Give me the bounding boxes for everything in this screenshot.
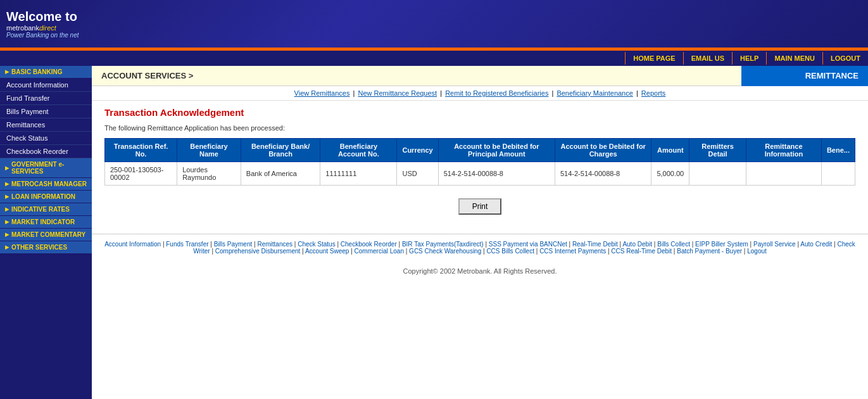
col-header-remitters-detail: Remitters Detail [689, 139, 746, 162]
header: Welcome to metrobankdirect Power Banking… [0, 0, 868, 49]
subnav-remit-beneficiaries[interactable]: Remit to Registered Beneficiaries [445, 89, 548, 97]
cell-debit-principal: 514-2-514-00088-8 [438, 162, 555, 186]
sidebar-section-market-commentary[interactable]: MARKET COMMENTARY [0, 229, 92, 241]
logo-area: Welcome to metrobankdirect Power Banking… [6, 10, 79, 39]
footer-links: Account Information | Funds Transfer | B… [92, 234, 868, 261]
sidebar-section-metrocash[interactable]: METROCASH MANAGER [0, 178, 92, 191]
sidebar-item-remittances[interactable]: Remittances [0, 118, 92, 132]
footer-link-commercial-loan[interactable]: Commercial Loan [355, 248, 404, 255]
logo-direct: direct [39, 24, 56, 32]
nav-emailus[interactable]: EMAIL US [683, 52, 732, 65]
subnav-beneficiary-maintenance[interactable]: Beneficiary Maintenance [557, 89, 632, 97]
top-nav: HOME PAGE EMAIL US HELP MAIN MENU LOGOUT [0, 49, 868, 66]
sidebar-item-check-status[interactable]: Check Status [0, 132, 92, 145]
cell-remittance-info [746, 162, 821, 186]
content-area: Transaction Acknowledgement The followin… [92, 101, 868, 234]
account-services-label: ACCOUNT SERVICES > [92, 66, 741, 86]
cell-remitters-detail [689, 162, 746, 186]
sidebar-item-account-information[interactable]: Account Information [0, 79, 92, 92]
intro-text: The following Remittance Application has… [104, 124, 855, 132]
cell-account-no: 11111111 [320, 162, 397, 186]
sidebar-section-other-services[interactable]: OTHER SERVICES [0, 241, 92, 254]
cell-ref-no: 250-001-130503-00002 [105, 162, 177, 186]
footer-link-eipp: EIPP Biller System [695, 241, 748, 248]
logo-metro: metro [6, 24, 24, 32]
footer-link-account-info: Account Information [104, 241, 161, 248]
sidebar-section-basic-banking[interactable]: BASIC BANKING [0, 66, 92, 79]
col-header-debit-charges: Account to be Debited for Charges [555, 139, 651, 162]
account-services-bar: ACCOUNT SERVICES > REMITTANCE [92, 66, 868, 86]
nav-mainmenu[interactable]: MAIN MENU [766, 52, 822, 65]
footer-link-auto-credit[interactable]: Auto Credit [800, 241, 832, 248]
sidebar-item-bills-payment[interactable]: Bills Payment [0, 105, 92, 118]
footer-copyright: Copyright© 2002 Metrobank. All Rights Re… [92, 261, 868, 281]
nav-logout[interactable]: LOGOUT [822, 52, 868, 65]
layout: BASIC BANKING Account Information Fund T… [0, 66, 868, 399]
footer-link-payroll[interactable]: Payroll Service [753, 241, 796, 248]
footer-link-sss: SSS Payment via BANCNet [489, 241, 567, 248]
col-header-ref-no: Transaction Ref. No. [105, 139, 177, 162]
sidebar: BASIC BANKING Account Information Fund T… [0, 66, 92, 399]
footer-link-account-sweep[interactable]: Account Sweep [305, 248, 349, 255]
footer-link-remittances: Remittances [257, 241, 292, 248]
footer-link-bir: BIR Tax Payments(Taxdirect) [402, 241, 484, 248]
sub-nav: View Remittances | New Remittance Reques… [92, 86, 868, 101]
main-content: ACCOUNT SERVICES > REMITTANCE View Remit… [92, 66, 868, 399]
logo-welcome: Welcome to [6, 10, 79, 24]
footer-link-ccs-bills[interactable]: CCS Bills Collect [486, 248, 534, 255]
footer-link-batch-payment[interactable]: Batch Payment - Buyer [677, 248, 742, 255]
subnav-view-remittances[interactable]: View Remittances [294, 89, 350, 97]
cell-ben-name: Lourdes Raymundo [177, 162, 241, 186]
print-section: Print [104, 198, 855, 215]
table-row: 250-001-130503-00002 Lourdes Raymundo Ba… [105, 162, 855, 186]
nav-homepage[interactable]: HOME PAGE [625, 52, 682, 65]
footer-link-checkbook-reorder: Checkbook Reorder [341, 241, 397, 248]
footer-link-comprehensive-disbursement[interactable]: Comprehensive Disbursement [215, 248, 301, 255]
sidebar-section-loan-info[interactable]: LOAN INFORMATION [0, 191, 92, 203]
footer-link-funds-transfer: Funds Transfer [166, 241, 208, 248]
logo-brand: metrobankdirect [6, 24, 79, 32]
logo-tagline: Power Banking on the net [6, 32, 79, 39]
col-header-remittance-info: Remittance Information [746, 139, 821, 162]
nav-help[interactable]: HELP [732, 52, 766, 65]
subnav-reports[interactable]: Reports [641, 89, 666, 97]
transaction-table: Transaction Ref. No. Beneficiary Name Be… [104, 138, 855, 186]
sidebar-section-indicative-rates[interactable]: INDICATIVE RATES [0, 203, 92, 216]
remittance-label: REMITTANCE [741, 66, 868, 86]
logo-bank: bank [24, 24, 39, 32]
cell-bank-branch: Bank of America [241, 162, 320, 186]
sidebar-section-market-indicator[interactable]: MARKET INDICATOR [0, 216, 92, 229]
footer-link-bills-collect: Bills Collect [657, 241, 690, 248]
footer-link-ccs-internet[interactable]: CCS Internet Payments [539, 248, 606, 255]
col-header-ben-name: Beneficiary Name [177, 139, 241, 162]
col-header-bank-branch: Beneficiary Bank/ Branch [241, 139, 320, 162]
col-header-bene: Bene... [821, 139, 855, 162]
cell-bene [821, 162, 855, 186]
footer-link-logout[interactable]: Logout [747, 248, 767, 255]
footer-link-real-time-debit: Real-Time Debit [572, 241, 618, 248]
sidebar-section-gov-eservices[interactable]: GOVERNMENT e-SERVICES [0, 158, 92, 178]
subnav-new-request[interactable]: New Remittance Request [358, 89, 437, 97]
page-title: Transaction Acknowledgement [104, 107, 855, 118]
print-button[interactable]: Print [458, 198, 502, 215]
col-header-debit-principal: Account to be Debited for Principal Amou… [438, 139, 555, 162]
col-header-currency: Currency [397, 139, 438, 162]
col-header-amount: Amount [651, 139, 689, 162]
footer-link-check-status: Check Status [298, 241, 335, 248]
footer-link-ccs-real-time[interactable]: CCS Real-Time Debit [611, 248, 672, 255]
cell-amount: 5,000.00 [651, 162, 689, 186]
sidebar-item-checkbook-reorder[interactable]: Checkbook Reorder [0, 145, 92, 158]
sidebar-item-fund-transfer[interactable]: Fund Transfer [0, 92, 92, 105]
footer-link-bills-payment: Bills Payment [214, 241, 253, 248]
cell-debit-charges: 514-2-514-00088-8 [555, 162, 651, 186]
footer-link-auto-debit: Auto Debit [622, 241, 652, 248]
footer-link-gcs[interactable]: GCS Check Warehousing [409, 248, 481, 255]
col-header-account-no: Beneficiary Account No. [320, 139, 397, 162]
cell-currency: USD [397, 162, 438, 186]
